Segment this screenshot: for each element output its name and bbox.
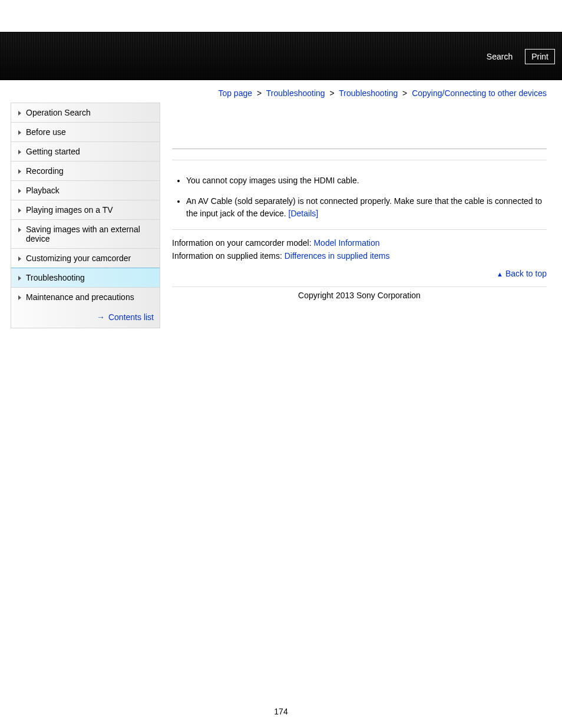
chevron-right-icon bbox=[18, 276, 21, 281]
breadcrumb-sep: > bbox=[330, 88, 335, 98]
info-block: Information on your camcorder model: Mod… bbox=[172, 238, 547, 261]
sidebar-item-label: Playing images on a TV bbox=[26, 205, 113, 215]
chevron-right-icon bbox=[18, 111, 21, 116]
sidebar-item-label: Recording bbox=[26, 166, 64, 176]
sidebar-item-troubleshooting[interactable]: Troubleshooting bbox=[11, 268, 160, 287]
chevron-right-icon bbox=[18, 169, 21, 174]
model-info-prefix: Information on your camcorder model: bbox=[172, 238, 313, 248]
search-button[interactable]: Search bbox=[480, 49, 519, 64]
breadcrumb-link[interactable]: Troubleshooting bbox=[339, 88, 398, 98]
sidebar-item-operation-search[interactable]: Operation Search bbox=[11, 103, 160, 122]
details-link[interactable]: [Details] bbox=[289, 209, 319, 218]
list-item: An AV Cable (sold separately) is not con… bbox=[186, 195, 547, 220]
chevron-right-icon bbox=[18, 256, 21, 261]
sidebar-item-label: Customizing your camcorder bbox=[26, 253, 131, 263]
sidebar: Operation Search Before use Getting star… bbox=[11, 103, 160, 328]
copyright-text: Copyright 2013 Sony Corporation bbox=[172, 286, 547, 300]
breadcrumb-sep: > bbox=[257, 88, 262, 98]
sidebar-item-saving-external[interactable]: Saving images with an external device bbox=[11, 219, 160, 248]
sidebar-item-label: Getting started bbox=[26, 147, 80, 156]
back-to-top-link[interactable]: Back to top bbox=[505, 269, 547, 278]
list-item: You cannot copy images using the HDMI ca… bbox=[186, 174, 547, 187]
sidebar-item-recording[interactable]: Recording bbox=[11, 161, 160, 180]
breadcrumb-link[interactable]: Troubleshooting bbox=[266, 88, 325, 98]
sidebar-item-maintenance[interactable]: Maintenance and precautions bbox=[11, 287, 160, 307]
chevron-right-icon bbox=[18, 295, 21, 300]
sidebar-item-playing-on-tv[interactable]: Playing images on a TV bbox=[11, 200, 160, 219]
triangle-up-icon: ▲ bbox=[497, 271, 503, 278]
sidebar-item-label: Operation Search bbox=[26, 108, 91, 117]
chevron-right-icon bbox=[18, 130, 21, 135]
chevron-right-icon bbox=[18, 189, 21, 193]
bullet-text: You cannot copy images using the HDMI ca… bbox=[186, 176, 359, 185]
header-banner: Search Print bbox=[0, 32, 562, 80]
sidebar-item-label: Saving images with an external device bbox=[26, 225, 154, 243]
bullet-text: An AV Cable (sold separately) is not con… bbox=[186, 196, 542, 218]
arrow-right-icon: → bbox=[97, 312, 105, 322]
chevron-right-icon bbox=[18, 228, 21, 232]
sidebar-item-before-use[interactable]: Before use bbox=[11, 122, 160, 141]
sidebar-item-label: Playback bbox=[26, 186, 59, 195]
sidebar-item-playback[interactable]: Playback bbox=[11, 180, 160, 200]
sidebar-item-customizing[interactable]: Customizing your camcorder bbox=[11, 248, 160, 268]
contents-list-link[interactable]: Contents list bbox=[108, 312, 154, 322]
supplied-items-prefix: Information on supplied items: bbox=[172, 251, 285, 261]
model-information-link[interactable]: Model Information bbox=[313, 238, 379, 248]
breadcrumb-sep: > bbox=[402, 88, 407, 98]
supplied-items-link[interactable]: Differences in supplied items bbox=[285, 251, 390, 261]
sidebar-item-label: Troubleshooting bbox=[26, 273, 85, 282]
content-bullet-list: You cannot copy images using the HDMI ca… bbox=[172, 174, 547, 220]
breadcrumb: Top page > Troubleshooting > Troubleshoo… bbox=[0, 80, 562, 103]
breadcrumb-link[interactable]: Copying/Connecting to other devices bbox=[412, 88, 547, 98]
sidebar-item-getting-started[interactable]: Getting started bbox=[11, 141, 160, 161]
sidebar-item-label: Before use bbox=[26, 127, 66, 137]
print-button[interactable]: Print bbox=[525, 49, 555, 64]
page-number: 174 bbox=[0, 707, 562, 716]
main-content: You cannot copy images using the HDMI ca… bbox=[160, 103, 562, 300]
chevron-right-icon bbox=[18, 208, 21, 213]
breadcrumb-link[interactable]: Top page bbox=[218, 88, 252, 98]
chevron-right-icon bbox=[18, 150, 21, 154]
sidebar-item-label: Maintenance and precautions bbox=[26, 292, 134, 302]
